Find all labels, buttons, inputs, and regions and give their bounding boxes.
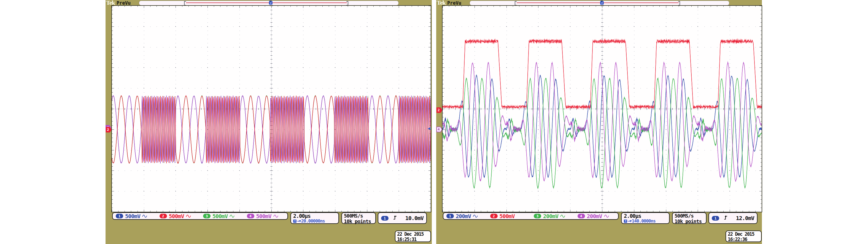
channel-badge: 2 [159, 214, 167, 218]
record-length: 10k points [675, 219, 706, 224]
channel-scale: 500mV [125, 213, 140, 219]
channel-badge: 4 [578, 214, 585, 218]
acquisition-mode-label: PreVu [447, 0, 461, 6]
record-window-line [517, 2, 679, 3]
window-bracket-left-icon [184, 1, 186, 5]
scope-panel-right: Tek PreVu T ▼ T 2 4 1 200mV [436, 0, 762, 244]
waveform-display [111, 5, 431, 212]
record-window-line [186, 2, 347, 3]
channel-scale: 200mV [587, 213, 602, 219]
trigger-box: 1 10.0mV [378, 212, 427, 224]
trigger-source-badge: 1 [712, 216, 719, 220]
delay-arrows-icon: →▼ [628, 219, 631, 223]
channel-scale: 500mV [169, 213, 184, 219]
channel-marker-2: 2 [436, 107, 442, 113]
channel-badge: 3 [203, 214, 211, 218]
channel-marker-label: 2 [436, 107, 441, 113]
trigger-top-arrow-icon [600, 1, 603, 2]
channel-marker-4: 4 [436, 127, 442, 132]
ac-coupling-icon [142, 214, 147, 218]
acquisition-preview-bar: T [469, 1, 730, 5]
ac-coupling-icon [273, 214, 278, 218]
trigger-top-arrow-icon [269, 1, 272, 2]
acquisition-mode-label: PreVu [117, 0, 131, 6]
channel-readout-3: 3 500mV [200, 213, 244, 219]
window-bracket-left-icon [515, 1, 517, 5]
channel-marker-label: 2 [106, 127, 110, 133]
channel-readout-2: 2 500mV [487, 213, 531, 219]
delay-readout: T→▼20.00000ns [293, 219, 338, 223]
date: 22 Dec 2015 [397, 232, 430, 237]
ac-coupling-icon [604, 214, 609, 218]
channel-readout-4: 4 200mV [575, 213, 618, 219]
acquisition-box: 500MS/s 10k points [672, 212, 707, 224]
channel-readouts: 1 200mV 2 500mV 3 200mV 4 200mV [443, 212, 619, 220]
channel-scale: 500mV [213, 213, 227, 219]
channel-scale: 200mV [456, 213, 471, 219]
screenshot: Tek PreVu T ▼ T 4 2 1 500mV [0, 0, 868, 244]
waveform-canvas [442, 6, 762, 212]
timebase-box: 2.00µs T→▼20.00000ns [290, 212, 339, 224]
trigger-t-icon: T [624, 219, 627, 223]
trigger-level: 12.0mV [736, 215, 754, 221]
trigger-slope-icon [393, 215, 397, 221]
channel-readout-4: 4 500mV [244, 213, 288, 219]
channel-readout-3: 3 200mV [531, 213, 575, 219]
timebase-scale: 2.00µs [293, 213, 338, 219]
ac-coupling-icon [560, 214, 565, 218]
trigger-source-badge: 1 [381, 216, 389, 220]
channel-badge: 3 [534, 214, 541, 218]
sample-rate: 500MS/s [675, 213, 706, 219]
datetime-box: 22 Dec 2015 16:22:36 [725, 231, 762, 242]
ac-coupling-icon [473, 214, 478, 218]
trigger-box: 1 12.0mV [709, 212, 757, 224]
sample-rate: 500MS/s [344, 213, 375, 219]
delay-readout: T→▼140.0000ns [624, 219, 669, 223]
datetime-box: 22 Dec 2015 16:25:31 [395, 231, 431, 242]
record-length: 10k points [344, 219, 375, 224]
acquisition-box: 500MS/s 10k points [341, 212, 376, 224]
trigger-level-arrow-icon [428, 127, 430, 130]
channel-scale: 500mV [256, 213, 272, 219]
channel-badge: 2 [490, 214, 498, 218]
channel-readout-2: 2 500mV [156, 213, 200, 219]
channel-scale: 500mV [500, 213, 515, 219]
delay-value: 20.00000ns [301, 219, 325, 223]
date: 22 Dec 2015 [728, 232, 761, 237]
channel-readouts: 1 500mV 2 500mV 3 500mV 4 500mV [112, 212, 288, 220]
timebase-box: 2.00µs T→▼140.0000ns [621, 212, 670, 224]
timebase-scale: 2.00µs [624, 213, 669, 219]
scope-panel-left: Tek PreVu T ▼ T 4 2 1 500mV [105, 0, 432, 244]
channel-badge: 1 [116, 214, 123, 218]
waveform-display [442, 5, 762, 212]
channel-readout-1: 1 500mV [113, 213, 156, 219]
waveform-canvas [112, 6, 431, 212]
delay-value: 140.0000ns [632, 219, 655, 223]
ac-coupling-icon [186, 214, 191, 218]
channel-marker-label: 4 [436, 127, 441, 132]
trigger-level-arrow-icon [758, 127, 762, 130]
channel-badge: 1 [446, 214, 454, 218]
time: 16:22:36 [728, 237, 761, 242]
window-bracket-right-icon [346, 1, 348, 5]
window-bracket-right-icon [678, 1, 680, 5]
delay-arrows-icon: →▼ [297, 219, 301, 223]
channel-badge: 4 [247, 214, 254, 218]
ac-coupling-icon [229, 214, 235, 218]
channel-readout-1: 1 200mV [443, 213, 487, 219]
trigger-t-icon: T [293, 219, 297, 223]
trigger-slope-icon [723, 215, 728, 221]
time: 16:25:31 [397, 237, 430, 242]
trigger-level: 10.0mV [405, 215, 424, 221]
channel-scale: 200mV [543, 213, 558, 219]
